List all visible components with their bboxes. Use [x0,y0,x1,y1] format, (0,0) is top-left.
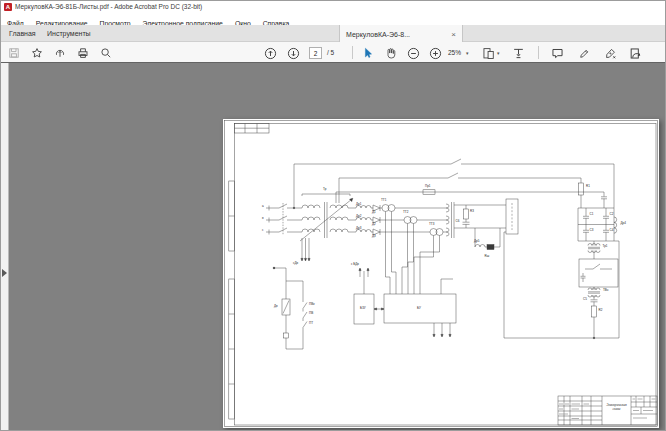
title-block-line2: схема [602,407,631,411]
comment-button[interactable] [550,46,564,60]
select-tool-button[interactable] [361,46,375,60]
print-button[interactable] [76,46,90,60]
window-title: МеркуловКА-Э6-81Б-Листы.pdf - Adobe Acro… [15,3,202,10]
zoom-in-icon [429,47,442,60]
star-icon [31,47,43,59]
zoom-level-value[interactable]: 25% [448,49,461,56]
printer-icon [77,47,89,59]
page-down-icon [287,47,300,60]
zoom-out-button[interactable] [406,46,420,60]
title-block-name: Электрическая схема [602,403,631,412]
bar-down-arrow-icon [512,47,525,60]
page-view-button[interactable] [481,46,495,60]
acrobat-logo-icon: A [4,3,12,11]
scroll-width-button[interactable] [511,46,525,60]
zoom-in-button[interactable] [428,46,442,60]
page-up-icon [264,47,277,60]
toolbar: 2 / 5 25% ▾ ▾ [1,42,665,63]
favorites-button[interactable] [30,46,44,60]
select-cursor-icon [362,47,374,59]
pencil-icon [578,47,591,60]
comment-bubble-icon [551,47,564,60]
cloud-upload-icon [54,47,66,59]
title-bar: A МеркуловКА-Э6-81Б-Листы.pdf - Adobe Ac… [1,1,665,12]
pdf-page[interactable]: ТрПр1Др1Др2Др3Д1Д2Д3ТТ1ТТ2ТТ3R1С1С2С3С4Д… [223,119,659,428]
acrobat-window: A МеркуловКА-Э6-81Б-Листы.pdf - Adobe Ac… [0,0,666,431]
zoom-out-icon [407,47,420,60]
hand-icon [385,47,397,59]
expand-panel-button[interactable] [2,269,7,277]
navigation-pane-collapsed [1,63,9,431]
next-page-button[interactable] [286,46,300,60]
page-view-caret-icon[interactable]: ▾ [497,50,500,56]
save-button[interactable] [7,46,21,60]
tab-close-icon[interactable]: × [451,30,456,39]
pen-nib-icon [604,47,617,60]
tab-document-label: МеркуловКА-Э6-8... [346,31,410,38]
tab-tools[interactable]: Инструменты [41,25,97,42]
tab-bar: Главная Инструменты МеркуловКА-Э6-8... × [1,25,665,42]
share-button[interactable] [628,46,642,60]
page-fit-icon [482,47,495,60]
certificates-button[interactable] [603,46,617,60]
hand-tool-button[interactable] [384,46,398,60]
page-number-input[interactable]: 2 [309,47,322,59]
previous-page-button[interactable] [263,46,277,60]
share-file-button[interactable] [53,46,67,60]
fill-sign-button[interactable] [577,46,591,60]
tab-document[interactable]: МеркуловКА-Э6-8... × [339,25,463,43]
sheet-arrow-icon [629,47,642,60]
search-icon [100,47,112,59]
toolbar-separator [352,46,353,59]
document-area[interactable]: ТрПр1Др1Др2Др3Д1Д2Д3ТТ1ТТ2ТТ3R1С1С2С3С4Д… [1,63,666,431]
toolbar-separator [538,46,539,59]
tab-home[interactable]: Главная [3,25,42,42]
page-total-label: / 5 [327,49,334,56]
search-button[interactable] [99,46,113,60]
save-icon [8,47,20,59]
zoom-caret-icon[interactable]: ▾ [466,50,469,56]
menu-bar: ФайлРедактированиеПросмотрЭлектронное по… [1,12,665,25]
electrical-schematic-drawing [223,119,659,428]
